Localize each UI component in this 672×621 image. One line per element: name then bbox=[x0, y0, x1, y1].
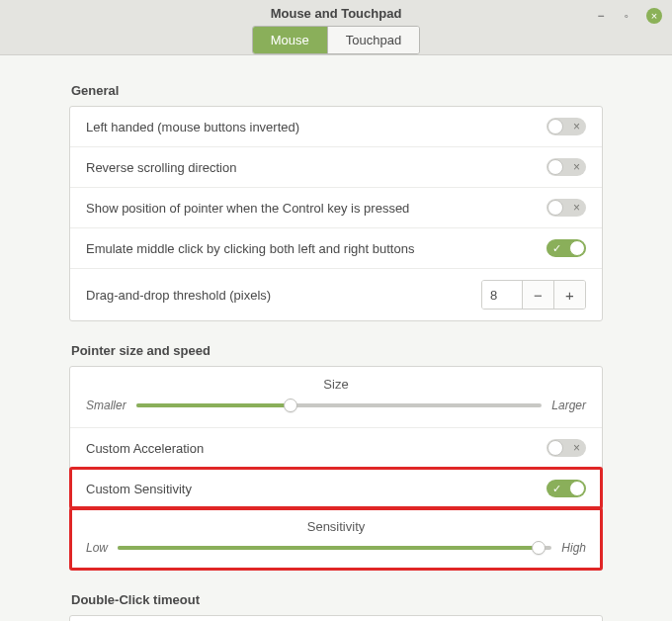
panel-doubleclick: Timeout Short Long Double-click test bbox=[69, 615, 603, 621]
spin-plus-button[interactable]: + bbox=[553, 281, 585, 309]
tab-row: Mouse Touchpad bbox=[0, 26, 672, 54]
close-button[interactable]: × bbox=[646, 8, 662, 24]
label-sens-min: Low bbox=[86, 541, 108, 555]
titlebar: Mouse and Touchpad − ◦ × Mouse Touchpad bbox=[0, 0, 672, 55]
label-size-max: Larger bbox=[551, 399, 586, 412]
label-custom-accel: Custom Acceleration bbox=[86, 441, 204, 456]
titlebar-controls: − ◦ × bbox=[595, 8, 662, 24]
minimize-button[interactable]: − bbox=[595, 10, 607, 22]
row-custom-accel: Custom Acceleration bbox=[70, 427, 602, 468]
content: General Left handed (mouse buttons inver… bbox=[0, 55, 672, 621]
panel-pointer: Size Smaller Larger Custom Acceleration … bbox=[69, 366, 603, 571]
row-reverse-scroll: Reverse scrolling direction bbox=[70, 146, 602, 187]
toggle-show-pointer[interactable] bbox=[546, 199, 586, 217]
label-sens-max: High bbox=[561, 541, 586, 555]
row-sensitivity: Sensitivity Low High bbox=[70, 508, 602, 570]
label-size: Size bbox=[86, 377, 586, 392]
label-size-min: Smaller bbox=[86, 399, 126, 412]
section-title-general: General bbox=[71, 83, 603, 98]
section-title-doubleclick: Double-Click timeout bbox=[71, 592, 603, 607]
toggle-reverse-scroll[interactable] bbox=[546, 158, 586, 176]
toggle-custom-accel[interactable] bbox=[546, 439, 586, 457]
maximize-button[interactable]: ◦ bbox=[621, 10, 632, 22]
row-custom-sens: Custom Sensitivity bbox=[70, 468, 602, 508]
tab-mouse[interactable]: Mouse bbox=[253, 27, 327, 53]
row-timeout: Timeout Short Long bbox=[70, 616, 602, 621]
toggle-left-handed[interactable] bbox=[546, 118, 586, 135]
window-title: Mouse and Touchpad bbox=[0, 0, 672, 21]
slider-sensitivity[interactable] bbox=[118, 540, 551, 556]
label-reverse-scroll: Reverse scrolling direction bbox=[86, 160, 236, 175]
toggle-emulate-middle[interactable] bbox=[546, 239, 586, 257]
row-left-handed: Left handed (mouse buttons inverted) bbox=[70, 107, 602, 146]
row-show-pointer: Show position of pointer when the Contro… bbox=[70, 187, 602, 227]
label-show-pointer: Show position of pointer when the Contro… bbox=[86, 201, 409, 216]
spin-minus-button[interactable]: − bbox=[522, 281, 553, 309]
row-emulate-middle: Emulate middle click by clicking both le… bbox=[70, 227, 602, 268]
tab-touchpad[interactable]: Touchpad bbox=[327, 27, 419, 53]
label-sensitivity: Sensitivity bbox=[86, 519, 586, 534]
label-custom-sens: Custom Sensitivity bbox=[86, 482, 192, 496]
tab-group: Mouse Touchpad bbox=[252, 26, 420, 54]
panel-general: Left handed (mouse buttons inverted) Rev… bbox=[69, 106, 603, 321]
label-emulate-middle: Emulate middle click by clicking both le… bbox=[86, 241, 414, 256]
slider-size[interactable] bbox=[136, 398, 543, 413]
row-pointer-size: Size Smaller Larger bbox=[70, 367, 602, 427]
toggle-custom-sens[interactable] bbox=[546, 480, 586, 497]
input-drag-threshold[interactable] bbox=[482, 281, 522, 309]
section-title-pointer: Pointer size and speed bbox=[71, 343, 603, 358]
label-left-handed: Left handed (mouse buttons inverted) bbox=[86, 120, 299, 134]
row-drag-threshold: Drag-and-drop threshold (pixels) − + bbox=[70, 268, 602, 320]
label-drag-threshold: Drag-and-drop threshold (pixels) bbox=[86, 288, 271, 303]
spin-drag-threshold: − + bbox=[481, 280, 586, 310]
